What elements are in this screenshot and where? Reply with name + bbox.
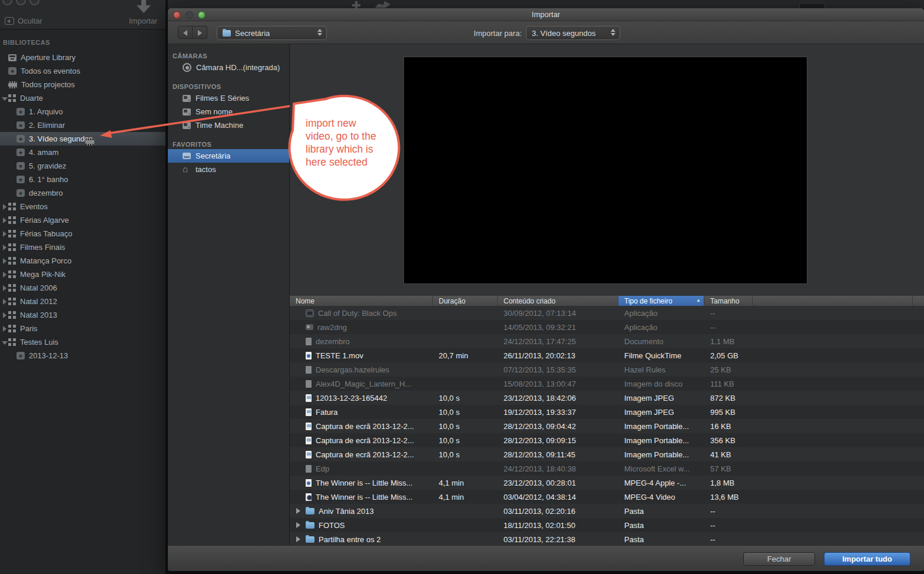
disclosure-triangle-icon[interactable]: [1, 230, 8, 237]
folder-disclosure-icon[interactable]: [296, 465, 306, 472]
table-row[interactable]: Captura de ecrã 2013-12-2... 10,0 s 28/1…: [290, 433, 924, 447]
import-destination-dropdown[interactable]: 3. Vídeo segundos: [526, 26, 620, 40]
sidebar-item[interactable]: 5. gravidez: [0, 159, 165, 173]
table-row[interactable]: Edp 24/12/2013, 18:40:38 Microsoft Excel…: [290, 461, 924, 476]
column-header-size[interactable]: Tamanho: [704, 296, 753, 306]
hide-sidebar-button[interactable]: Ocultar: [5, 17, 42, 25]
folder-disclosure-icon[interactable]: [296, 522, 306, 529]
zoom-window-button[interactable]: [29, 0, 39, 5]
minimize-window-button[interactable]: [16, 0, 26, 5]
sidebar-item[interactable]: Eventos: [0, 200, 165, 213]
disclosure-triangle-icon[interactable]: [1, 203, 8, 210]
folder-disclosure-icon[interactable]: [296, 423, 306, 430]
table-row[interactable]: Captura de ecrã 2013-12-2... 10,0 s 28/1…: [290, 447, 924, 461]
sidebar-item[interactable]: Férias Algarve: [0, 213, 165, 227]
table-row[interactable]: TESTE 1.mov 20,7 min 26/11/2013, 20:02:1…: [290, 348, 924, 362]
disclosure-triangle-icon[interactable]: [1, 298, 8, 305]
source-item[interactable]: Sem nome: [168, 105, 289, 118]
disclosure-triangle-icon[interactable]: [1, 325, 8, 332]
import-toolbar-button[interactable]: Importar: [130, 0, 157, 27]
forward-button[interactable]: [193, 26, 207, 39]
table-row[interactable]: Partilha entre os 2 03/11/2013, 22:21:38…: [290, 532, 924, 545]
disclosure-triangle-icon[interactable]: [9, 136, 16, 143]
disclosure-triangle-icon[interactable]: [1, 81, 8, 88]
disclosure-triangle-icon[interactable]: [1, 271, 8, 278]
table-row[interactable]: Alex4D_Magic_Lantern_H... 15/08/2013, 13…: [290, 377, 924, 391]
sidebar-item[interactable]: 2013-12-13: [0, 349, 165, 362]
source-item[interactable]: Secretária: [168, 149, 289, 163]
table-row[interactable]: Descargas.hazelrules 07/12/2013, 15:35:3…: [290, 362, 924, 377]
disclosure-triangle-icon[interactable]: [1, 217, 8, 224]
video-preview[interactable]: [403, 57, 807, 284]
sidebar-item[interactable]: dezembro: [0, 186, 165, 200]
table-row[interactable]: Fatura 10,0 s 19/12/2013, 19:33:37 Image…: [290, 405, 924, 419]
folder-disclosure-icon[interactable]: [296, 380, 306, 387]
folder-disclosure-icon[interactable]: [296, 451, 306, 458]
import-all-button[interactable]: Importar tudo: [824, 552, 910, 566]
table-row[interactable]: FOTOS 18/11/2013, 02:01:50 Pasta --: [290, 518, 924, 532]
column-header-duration[interactable]: Duração: [433, 296, 498, 306]
table-row[interactable]: The Winner is -- Little Miss... 4,1 min …: [290, 490, 924, 504]
table-row[interactable]: Aniv Tânia 2013 03/11/2013, 02:20:16 Pas…: [290, 504, 924, 518]
disclosure-triangle-icon[interactable]: [1, 244, 8, 251]
folder-disclosure-icon[interactable]: [296, 493, 306, 500]
sidebar-item[interactable]: Paris: [0, 322, 165, 335]
sidebar-item[interactable]: 3. Vídeo segundos: [0, 132, 165, 146]
disclosure-triangle-icon[interactable]: [1, 285, 8, 292]
table-row[interactable]: raw2dng 14/05/2013, 09:32:21 Aplicação -…: [290, 320, 924, 334]
table-row[interactable]: Call of Duty: Black Ops 30/09/2012, 07:1…: [290, 306, 924, 320]
sidebar-item[interactable]: Duarte: [0, 91, 165, 105]
location-dropdown[interactable]: Secretária: [217, 26, 327, 40]
source-item[interactable]: Time Machine: [168, 118, 289, 132]
sidebar-item[interactable]: 6. 1° banho: [0, 173, 165, 186]
sidebar-item[interactable]: Férias Tabuaço: [0, 227, 165, 240]
folder-disclosure-icon[interactable]: [296, 324, 306, 331]
sidebar-item[interactable]: Mega Pik-Nik: [0, 268, 165, 281]
close-window-button[interactable]: [2, 0, 12, 5]
sidebar-item[interactable]: Filmes Finais: [0, 240, 165, 254]
disclosure-triangle-icon[interactable]: [9, 163, 16, 170]
source-item[interactable]: tactos: [168, 163, 289, 176]
disclosure-triangle-icon[interactable]: [9, 122, 16, 129]
folder-disclosure-icon[interactable]: [296, 309, 306, 316]
folder-disclosure-icon[interactable]: [296, 394, 306, 401]
folder-disclosure-icon[interactable]: [296, 437, 306, 444]
sidebar-item[interactable]: Natal 2013: [0, 308, 165, 322]
table-row[interactable]: The Winner is -- Little Miss... 4,1 min …: [290, 476, 924, 490]
sidebar-item[interactable]: Aperture Library: [0, 51, 165, 64]
disclosure-triangle-icon[interactable]: [9, 149, 16, 156]
folder-disclosure-icon[interactable]: [296, 366, 306, 373]
sidebar-item[interactable]: Todos os eventos: [0, 64, 165, 78]
folder-disclosure-icon[interactable]: [296, 536, 306, 543]
disclosure-triangle-icon[interactable]: [1, 339, 8, 346]
sidebar-item[interactable]: Matança Porco: [0, 254, 165, 268]
disclosure-triangle-icon[interactable]: [9, 190, 16, 197]
column-header-type[interactable]: Tipo de ficheiro ▲: [618, 296, 704, 306]
table-row[interactable]: dezembro 24/12/2013, 17:47:25 Documento …: [290, 334, 924, 348]
folder-disclosure-icon[interactable]: [296, 352, 306, 359]
sidebar-item[interactable]: 4. amam: [0, 146, 165, 159]
sidebar-item[interactable]: Testes Luis: [0, 335, 165, 349]
table-row[interactable]: Captura de ecrã 2013-12-2... 10,0 s 28/1…: [290, 419, 924, 433]
source-item[interactable]: Filmes E Séries: [168, 91, 289, 105]
disclosure-triangle-icon[interactable]: [1, 68, 8, 75]
disclosure-triangle-icon[interactable]: [1, 312, 8, 319]
sidebar-item[interactable]: Natal 2006: [0, 281, 165, 295]
folder-disclosure-icon[interactable]: [296, 507, 306, 514]
disclosure-triangle-icon[interactable]: [9, 352, 16, 359]
disclosure-triangle-icon[interactable]: [1, 95, 8, 102]
sidebar-item[interactable]: Natal 2012: [0, 295, 165, 308]
sidebar-item[interactable]: 1. Arquivo: [0, 105, 165, 118]
column-header-name[interactable]: Nome: [290, 296, 433, 306]
dialog-titlebar[interactable]: Importar: [168, 8, 924, 21]
disclosure-triangle-icon[interactable]: [1, 54, 8, 61]
close-button[interactable]: Fechar: [743, 552, 815, 566]
sidebar-item[interactable]: 2. Eliminar: [0, 118, 165, 132]
folder-disclosure-icon[interactable]: [296, 338, 306, 345]
disclosure-triangle-icon[interactable]: [9, 108, 16, 116]
column-header-created[interactable]: Conteúdo criado: [498, 296, 618, 306]
disclosure-triangle-icon[interactable]: [9, 176, 16, 183]
table-row[interactable]: 12013-12-23-165442 10,0 s 23/12/2013, 18…: [290, 391, 924, 405]
folder-disclosure-icon[interactable]: [296, 408, 306, 415]
folder-disclosure-icon[interactable]: [296, 479, 306, 486]
